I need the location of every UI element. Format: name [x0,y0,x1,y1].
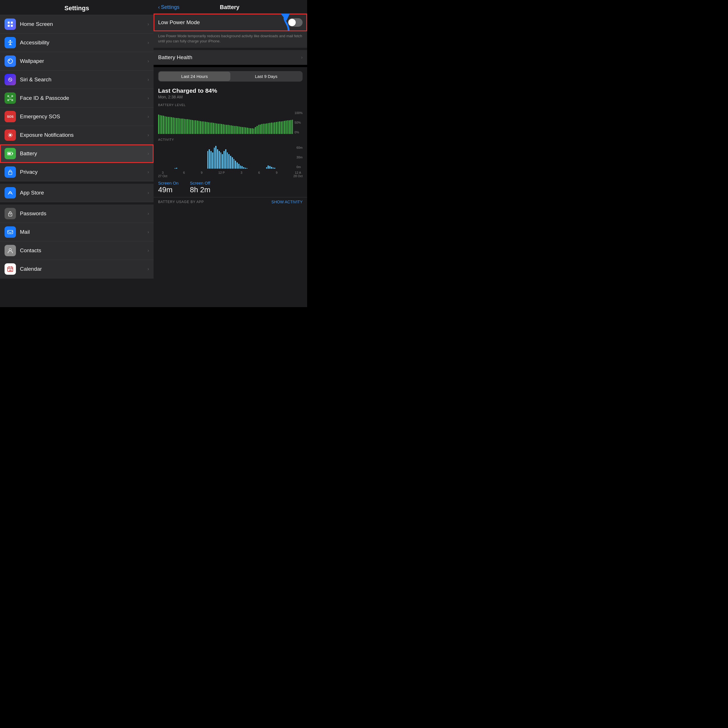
settings-item-battery[interactable]: Battery› [0,144,154,163]
settings-item-faceid[interactable]: Face ID & Passcode› [0,89,154,107]
svg-rect-3 [11,25,13,27]
battery-bar [282,121,283,134]
x-axis-labels: 327 Oct 6 9 12 P 3 6 9 12 A28 Oct [154,170,307,178]
battery-bar [176,118,177,134]
activity-chart: 60m 30m 0m [158,143,303,169]
settings-item-contacts[interactable]: Contacts› [0,242,154,260]
battery-bar [220,124,221,134]
svg-rect-11 [12,99,13,101]
activity-bar [219,151,220,169]
battery-bar [252,128,253,134]
battery-bar [161,115,162,134]
activity-bar [214,148,215,169]
battery-header: ‹ Settings Battery [154,0,307,14]
activity-bar [228,154,229,169]
battery-page-title: Battery [179,4,280,11]
battery-bar [274,122,275,134]
settings-item-calendar[interactable]: 28Calendar› [0,260,154,278]
battery-bar [287,120,288,134]
battery-bar [250,128,251,134]
settings-header: Settings [0,0,154,15]
battery-bar [171,117,172,134]
battery-bars [158,111,293,134]
battery-bar [231,125,232,134]
home-screen-icon [5,18,16,30]
battery-bar [224,125,225,134]
activity-bar [225,149,226,169]
settings-item-mail[interactable]: Mail› [0,223,154,242]
activity-bar [215,146,216,169]
back-button[interactable]: ‹ Settings [158,4,179,10]
chevron-right-icon: › [148,151,149,156]
time-tabs: Last 24 Hours Last 9 Days [158,71,303,82]
svg-rect-9 [12,96,13,97]
screen-off-value: 8h 2m [190,185,210,194]
battery-bar [273,122,274,134]
battery-bar [247,128,248,134]
privacy-label: Privacy [20,169,148,175]
battery-health-row[interactable]: Battery Health › [154,50,307,65]
battery-bar [281,121,282,134]
screen-on-stat: Screen On 49m [158,180,179,194]
chevron-right-icon: › [148,21,149,27]
settings-item-privacy[interactable]: Privacy› [0,163,154,181]
screen-off-stat: Screen Off 8h 2m [190,180,210,194]
exposure-label: Exposure Notifications [20,132,148,138]
battery-level-label: BATTERY LEVEL [158,103,303,107]
battery-bar [203,121,205,134]
blue-arrow-icon [272,14,292,34]
activity-y-labels: 60m 30m 0m [295,146,303,169]
tab-last-9-days[interactable]: Last 9 Days [230,72,302,81]
battery-bar [278,122,279,134]
privacy-icon [5,166,16,178]
chevron-right-icon: › [148,58,149,64]
sos-label: Emergency SOS [20,113,148,120]
calendar-icon: 28 [5,263,16,275]
battery-bar [195,120,196,134]
svg-rect-18 [8,153,11,154]
settings-item-sos[interactable]: SOSEmergency SOS› [0,107,154,126]
calendar-label: Calendar [20,266,148,272]
activity-section: ACTIVITY 60m 30m 0m [154,135,307,170]
svg-point-19 [10,214,11,215]
settings-item-wallpaper[interactable]: Wallpaper› [0,52,154,70]
svg-point-5 [8,59,12,63]
battery-bar [226,125,227,134]
battery-bar [276,122,277,134]
chevron-right-icon: › [148,266,149,272]
battery-bar [229,125,230,134]
battery-bar [189,119,190,134]
battery-content: Low Power Mode Low Power Mode temporaril… [154,14,307,307]
battery-bar [208,122,209,134]
settings-item-passwords[interactable]: Passwords› [0,205,154,223]
settings-list: Home Screen›Accessibility›Wallpaper›Siri… [0,15,154,307]
screen-off-label: Screen Off [190,180,210,185]
contacts-icon [5,245,16,256]
exposure-icon [5,129,16,141]
battery-bar [257,126,258,134]
settings-item-accessibility[interactable]: Accessibility› [0,34,154,52]
battery-bar [253,128,254,134]
settings-item-siri[interactable]: Siri & Search› [0,70,154,89]
activity-bar [230,156,231,169]
mail-icon [5,226,16,238]
tab-last-24-hours[interactable]: Last 24 Hours [159,72,230,81]
settings-item-appstore[interactable]: App Store› [0,184,154,202]
battery-bar [263,124,264,134]
activity-bar [234,159,235,169]
battery-bar [265,124,266,134]
screen-on-value: 49m [158,185,179,194]
svg-rect-10 [8,99,9,101]
settings-item-home-screen[interactable]: Home Screen› [0,15,154,34]
battery-bar [182,119,184,134]
battery-bar [249,128,250,134]
chevron-right-icon: › [148,114,149,119]
settings-title: Settings [6,5,148,12]
activity-bar [271,167,272,169]
settings-item-exposure[interactable]: Exposure Notifications› [0,126,154,144]
battery-bar [190,120,191,134]
battery-bar [255,127,256,134]
show-activity-button[interactable]: SHOW ACTIVITY [271,200,303,204]
battery-bar [199,121,200,134]
battery-bar [266,124,267,134]
